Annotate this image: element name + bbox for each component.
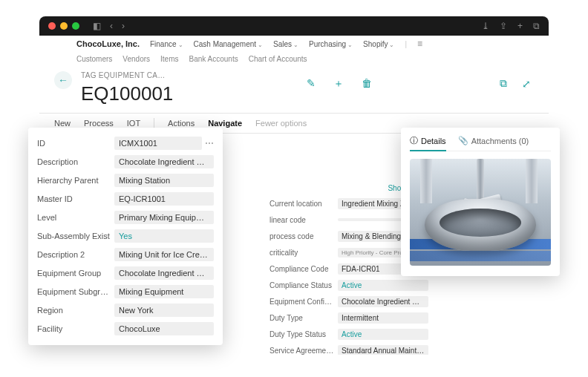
browser-right-icons: ⤓ ⇪ + ⧉ [482, 21, 540, 31]
action-navigate[interactable]: Navigate [208, 119, 242, 128]
info-icon: ⓘ [410, 135, 418, 146]
action-fewer-options[interactable]: Fewer options [255, 119, 307, 128]
subnav-customers[interactable]: Customers [76, 55, 112, 63]
new-tab-icon[interactable]: + [517, 21, 523, 31]
field-row: Service Agreeme…Standard Annual Maintena… [270, 342, 428, 355]
subnav-chart-of-accounts[interactable]: Chart of Accounts [249, 55, 307, 63]
sidebar-toggle-icon[interactable]: ◧ [93, 21, 101, 31]
field-value[interactable]: EQ-ICR1001 [114, 192, 214, 206]
add-icon[interactable]: ＋ [333, 77, 344, 91]
action-iot[interactable]: IOT [127, 119, 140, 128]
field-row: FacilityChocoLuxe [37, 319, 214, 338]
field-label: Region [37, 306, 111, 315]
back-icon[interactable]: ‹ [110, 21, 113, 31]
nav-sales[interactable]: Sales [273, 40, 298, 48]
field-label: Level [37, 213, 111, 222]
subnav-items[interactable]: Items [160, 55, 178, 63]
field-label: Equipment Group [37, 269, 111, 278]
tabs-icon[interactable]: ⧉ [533, 21, 540, 31]
browser-nav: ◧ ‹ › [93, 21, 125, 31]
field-label: criticality [270, 249, 335, 257]
traffic-lights [48, 22, 79, 30]
field-label: ID [37, 139, 111, 148]
subnav-vendors[interactable]: Vendors [122, 55, 150, 63]
action-actions[interactable]: Actions [168, 119, 195, 128]
field-value[interactable]: Mixing Unit for Ice Cream Base [114, 248, 214, 261]
field-row: Compliance StatusActive [270, 277, 428, 293]
field-value[interactable]: New York [114, 304, 214, 317]
field-row: Duty TypeIntermittent [270, 309, 428, 326]
field-value[interactable]: Mixing Equipment [114, 285, 214, 298]
nav-finance[interactable]: Finance [150, 40, 183, 48]
field-label: Hierarchy Parent [37, 176, 111, 185]
action-process[interactable]: Process [84, 119, 114, 128]
browser-chrome: ◧ ‹ › ⤓ ⇪ + ⧉ [39, 16, 549, 36]
page-header: ← TAG EQUIPMENT CA… EQ100001 ✎ ＋ 🗑 ⧉ ⤢ [39, 65, 549, 108]
collapse-icon[interactable]: ⤢ [522, 78, 531, 90]
minimize-window-dot[interactable] [60, 22, 68, 30]
download-icon[interactable]: ⤓ [482, 21, 489, 31]
field-value[interactable]: Active [338, 329, 428, 340]
delete-icon[interactable]: 🗑 [362, 77, 372, 91]
field-value[interactable]: Active [338, 280, 428, 291]
maximize-window-dot[interactable] [72, 22, 79, 30]
field-label: Equipment Subgr… [37, 287, 111, 296]
field-value[interactable]: Chocolate Ingredient Mixer [338, 296, 428, 307]
field-row: Description 2Mixing Unit for Ice Cream B… [37, 245, 214, 263]
tab-details[interactable]: ⓘ Details [410, 135, 446, 151]
field-label: Facility [37, 324, 111, 333]
field-value[interactable]: ChocoLuxe [114, 322, 214, 335]
field-value[interactable]: Intermittent [338, 312, 428, 324]
field-value[interactable]: Standard Annual Maintenance [338, 345, 428, 355]
field-row: Equipment Confi…Chocolate Ingredient Mix… [270, 293, 428, 309]
equipment-photo [410, 159, 551, 266]
nav-purchasing[interactable]: Purchasing [309, 40, 353, 48]
tab-attachments[interactable]: 📎 Attachments (0) [458, 136, 529, 145]
brand-name[interactable]: ChocoLuxe, Inc. [76, 39, 140, 48]
field-label: linear code [270, 216, 335, 224]
open-window-icon[interactable]: ⧉ [500, 77, 507, 90]
field-label: Description 2 [37, 250, 111, 259]
edit-icon[interactable]: ✎ [307, 77, 316, 91]
field-row: Duty Type StatusActive [270, 326, 428, 342]
share-icon[interactable]: ⇪ [500, 21, 507, 31]
details-tabs: ⓘ Details 📎 Attachments (0) [410, 135, 551, 151]
nav-cash-management[interactable]: Cash Management [194, 40, 264, 48]
field-label: Compliance Code [270, 265, 335, 273]
field-label: Description [37, 157, 111, 166]
field-label: Sub-Assembly Exist [37, 232, 111, 240]
field-row: RegionNew York [37, 301, 214, 319]
nav-menu-icon[interactable]: ≡ [417, 39, 422, 49]
field-row: IDICMX1001⋯ [37, 134, 214, 152]
field-row: Equipment GroupChocolate Ingredient Mixe… [37, 263, 214, 282]
field-label: Duty Type [270, 314, 335, 322]
details-card: ⓘ Details 📎 Attachments (0) [401, 128, 560, 276]
action-new[interactable]: New [54, 119, 71, 128]
tab-attachments-label: Attachments (0) [471, 137, 529, 145]
field-value[interactable]: Chocolate Ingredient Mixer #1 [114, 155, 214, 168]
equipment-fields-card: IDICMX1001⋯DescriptionChocolate Ingredie… [28, 128, 223, 345]
forward-icon[interactable]: › [122, 21, 125, 31]
sub-nav: Customers Vendors Items Bank Accounts Ch… [39, 52, 549, 65]
tab-details-label: Details [421, 137, 446, 145]
back-button[interactable]: ← [54, 71, 72, 89]
field-label: Current location [270, 200, 335, 208]
field-row: Equipment Subgr…Mixing Equipment [37, 282, 214, 301]
field-row: DescriptionChocolate Ingredient Mixer #1 [37, 152, 214, 171]
field-row: LevelPrimary Mixing Equipment [37, 208, 214, 226]
field-label: Equipment Confi… [270, 298, 335, 306]
field-value[interactable]: Chocolate Ingredient Mixer [114, 266, 214, 280]
paperclip-icon: 📎 [458, 136, 468, 145]
field-value[interactable]: Primary Mixing Equipment [114, 211, 214, 224]
field-value[interactable]: Yes [114, 229, 214, 243]
close-window-dot[interactable] [48, 22, 56, 30]
subnav-bank-accounts[interactable]: Bank Accounts [189, 55, 238, 63]
field-label: Master ID [37, 194, 111, 203]
field-value[interactable]: ICMX1001 [114, 137, 202, 150]
field-label: Service Agreeme… [270, 347, 335, 355]
field-label: process code [270, 232, 335, 240]
field-label: Compliance Status [270, 281, 335, 289]
nav-shopify[interactable]: Shopify [363, 40, 394, 48]
row-menu-icon[interactable]: ⋯ [202, 138, 214, 148]
field-value[interactable]: Mixing Station [114, 174, 214, 187]
